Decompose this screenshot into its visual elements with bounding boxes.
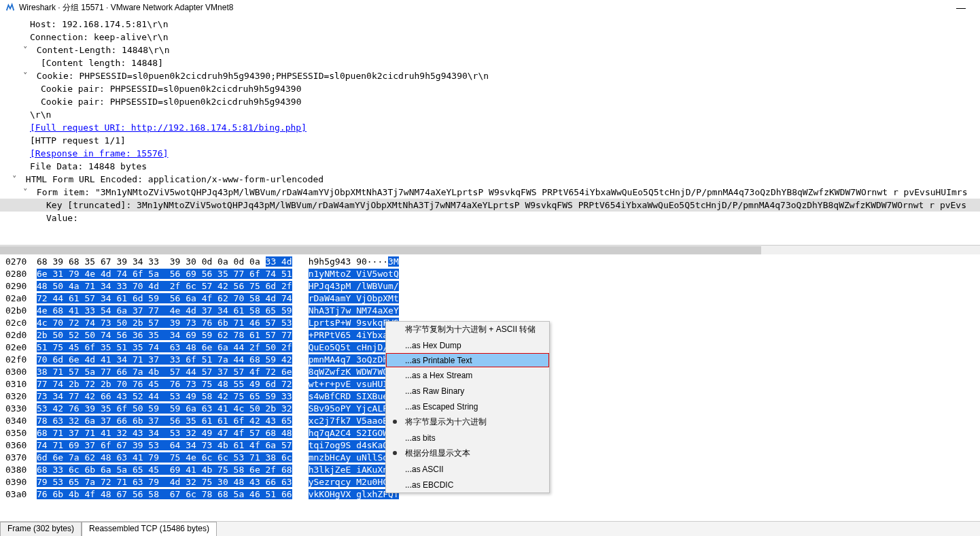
hex-bytes[interactable]: 2b 50 52 50 74 56 36 35 34 69 59 62 78 6… (37, 329, 292, 341)
hex-bytes[interactable]: 4e 68 41 33 54 6a 37 77 4e 4d 37 34 61 5… (37, 305, 292, 317)
context-menu: 将字节复制为十六进制 + ASCII 转储 ...as Hex Dump ...… (385, 321, 550, 493)
chevron-down-icon[interactable]: ˅ (23, 69, 31, 82)
hex-bytes[interactable]: 79 53 65 7a 72 71 63 79 4d 32 75 30 48 4… (37, 476, 292, 488)
hex-ascii[interactable]: rDaW4amY VjObpXMt (309, 292, 399, 305)
wireshark-icon (5, 3, 15, 12)
hex-bytes[interactable]: 53 42 76 39 35 6f 50 59 59 6a 63 41 4c 5… (37, 403, 292, 415)
detail-cookie-pair[interactable]: Cookie pair: PHPSESSID=sl0puen0k2cicdruh… (0, 95, 980, 108)
minimize-button[interactable]: — (954, 2, 968, 13)
hex-row[interactable]: 02b04e 68 41 33 54 6a 37 77 4e 4d 37 34 … (0, 305, 980, 317)
hex-ascii[interactable]: h9h5g943 90····3M (309, 256, 399, 268)
hex-ascii[interactable]: HPJq43pM /lWBVum/ (309, 280, 399, 292)
detail-connection[interactable]: Connection: keep-alive\r\n (0, 31, 980, 44)
window-controls: — (954, 2, 975, 13)
hex-bytes[interactable]: 68 71 37 71 41 32 43 34 53 32 49 47 4f 5… (37, 427, 292, 439)
hex-offset: 02f0 (0, 354, 37, 366)
hex-ascii[interactable]: NhA3Tj7w NM74aXeY (309, 305, 399, 317)
detail-value[interactable]: Value: (0, 212, 980, 224)
menu-item-hex-dump[interactable]: ...as Hex Dump (386, 337, 549, 353)
hex-offset: 0370 (0, 452, 37, 464)
hex-bytes[interactable]: 48 50 4a 71 34 33 70 4d 2f 6c 57 42 56 7… (37, 280, 292, 292)
detail-form-item[interactable]: ˅ Form item: "3Mn1yNMtoZViV5wotQHPJq43pM… (0, 186, 980, 199)
hex-bytes[interactable]: 72 44 61 57 34 61 6d 59 56 6a 4f 62 70 5… (37, 292, 292, 305)
detail-content-length[interactable]: ˅ Content-Length: 14848\r\n (0, 44, 980, 56)
detail-form-header[interactable]: ˅ HTML Form URL Encoded: application/x-w… (0, 173, 980, 186)
packet-detail-pane[interactable]: Host: 192.168.174.5:81\r\n Connection: k… (0, 15, 980, 245)
hex-bytes[interactable]: 78 63 32 6a 37 66 6b 37 56 35 61 61 6f 4… (37, 415, 292, 427)
hex-bytes[interactable]: 51 75 45 6f 35 51 35 74 63 48 6e 6a 44 2… (37, 341, 292, 354)
hex-offset: 0290 (0, 280, 37, 292)
hex-offset: 0360 (0, 439, 37, 452)
detail-key[interactable]: Key [truncated]: 3Mn1yNMtoZViV5wotQHPJq4… (0, 199, 980, 212)
hex-bytes[interactable]: 6d 6e 7a 62 48 63 41 79 75 4e 6c 6c 53 7… (37, 452, 292, 464)
hex-offset: 0340 (0, 415, 37, 427)
detail-cookie[interactable]: ˅ Cookie: PHPSESSID=sl0puen0k2cicdruh9h5… (0, 69, 980, 82)
hex-bytes[interactable]: 73 34 77 42 66 43 52 44 53 49 58 42 75 6… (37, 390, 292, 403)
hex-bytes[interactable]: 4c 70 72 74 73 50 2b 57 39 73 76 6b 71 4… (37, 317, 292, 329)
hex-offset: 0300 (0, 366, 37, 378)
detail-host[interactable]: Host: 192.168.174.5:81\r\n (0, 18, 980, 31)
menu-item-hex-stream[interactable]: ...as a Hex Stream (386, 367, 549, 383)
hex-offset: 0280 (0, 268, 37, 280)
chevron-down-icon[interactable]: ˅ (23, 44, 31, 56)
bullet-icon (393, 420, 397, 424)
hex-row[interactable]: 02806e 31 79 4e 4d 74 6f 5a 56 69 56 35 … (0, 268, 980, 280)
menu-header-show-text: 根据分组显示文本 (386, 446, 549, 461)
menu-item-raw-binary[interactable]: ...as Raw Binary (386, 383, 549, 399)
hex-row[interactable]: 029048 50 4a 71 34 33 70 4d 2f 6c 57 42 … (0, 280, 980, 292)
hex-offset: 03a0 (0, 488, 37, 501)
hex-bytes[interactable]: 70 6d 6e 4d 41 34 71 37 33 6f 51 7a 44 6… (37, 354, 292, 366)
full-uri-link[interactable]: [Full request URI: http://192.168.174.5:… (30, 122, 307, 133)
hex-offset: 0390 (0, 476, 37, 488)
hex-offset: 02a0 (0, 292, 37, 305)
hex-offset: 02e0 (0, 341, 37, 354)
hex-offset: 0350 (0, 427, 37, 439)
detail-full-uri[interactable]: [Full request URI: http://192.168.174.5:… (0, 121, 980, 134)
hex-row[interactable]: 027068 39 68 35 67 39 34 33 39 30 0d 0a … (0, 256, 980, 268)
hex-offset: 0380 (0, 464, 37, 476)
detail-response-frame[interactable]: [Response in frame: 15576] (0, 147, 980, 160)
chevron-down-icon[interactable]: ˅ (12, 173, 20, 186)
hex-offset: 02c0 (0, 317, 37, 329)
hex-bytes[interactable]: 74 71 69 37 6f 67 39 53 64 34 73 4b 61 4… (37, 439, 292, 452)
hex-bytes[interactable]: 6e 31 79 4e 4d 74 6f 5a 56 69 56 35 77 6… (37, 268, 292, 280)
tab-frame[interactable]: Frame (302 bytes) (0, 522, 82, 536)
scrollbar-horizontal[interactable] (0, 245, 980, 254)
hex-ascii[interactable]: n1yNMtoZ ViV5wotQ (309, 268, 399, 280)
hex-offset: 0270 (0, 256, 37, 268)
titlebar: Wireshark · 分组 15571 · VMware Network Ad… (0, 0, 980, 15)
menu-item-bits[interactable]: ...as bits (386, 430, 549, 446)
detail-content-length-inner[interactable]: [Content length: 14848] (0, 56, 980, 69)
detail-cookie-pair[interactable]: Cookie pair: PHPSESSID=sl0puen0k2cicdruh… (0, 82, 980, 95)
menu-item-ascii[interactable]: ...as ASCII (386, 461, 549, 477)
hex-bytes[interactable]: 38 71 57 5a 77 66 7a 4b 57 44 57 37 57 4… (37, 366, 292, 378)
detail-http-request[interactable]: [HTTP request 1/1] (0, 134, 980, 147)
hex-bytes[interactable]: 77 74 2b 72 2b 70 76 45 76 73 75 48 55 4… (37, 378, 292, 390)
menu-item-escaped-string[interactable]: ...as Escaped String (386, 399, 549, 414)
menu-header-copy-bytes: 将字节复制为十六进制 + ASCII 转储 (386, 322, 549, 337)
hex-bytes[interactable]: 68 39 68 35 67 39 34 33 39 30 0d 0a 0d 0… (37, 256, 292, 268)
detail-crlf[interactable]: \r\n (0, 108, 980, 121)
response-frame-link[interactable]: [Response in frame: 15576] (30, 148, 169, 158)
chevron-down-icon[interactable]: ˅ (23, 186, 31, 199)
tab-reassembled-tcp[interactable]: Reassembled TCP (15486 bytes) (82, 522, 217, 536)
detail-file-data[interactable]: File Data: 14848 bytes (0, 160, 980, 173)
hex-offset: 0330 (0, 403, 37, 415)
hex-offset: 0310 (0, 378, 37, 390)
hex-offset: 02d0 (0, 329, 37, 341)
scrollbar-thumb[interactable] (0, 246, 761, 254)
hex-offset: 0320 (0, 390, 37, 403)
menu-item-ebcdic[interactable]: ...as EBCDIC (386, 477, 549, 492)
bottom-tabs: Frame (302 bytes) Reassembled TCP (15486… (0, 521, 980, 536)
hex-bytes[interactable]: 76 6b 4b 4f 48 67 56 58 67 6c 78 68 5a 4… (37, 488, 292, 501)
menu-header-show-bytes: 将字节显示为十六进制 (386, 414, 549, 430)
bullet-icon (393, 451, 397, 455)
hex-row[interactable]: 02a072 44 61 57 34 61 6d 59 56 6a 4f 62 … (0, 292, 980, 305)
hex-bytes[interactable]: 68 33 6c 6b 6a 5a 65 45 69 41 4b 75 58 6… (37, 464, 292, 476)
menu-item-printable-text[interactable]: ...as Printable Text (386, 353, 549, 367)
window-title: Wireshark · 分组 15571 · VMware Network Ad… (19, 2, 233, 14)
hex-offset: 02b0 (0, 305, 37, 317)
